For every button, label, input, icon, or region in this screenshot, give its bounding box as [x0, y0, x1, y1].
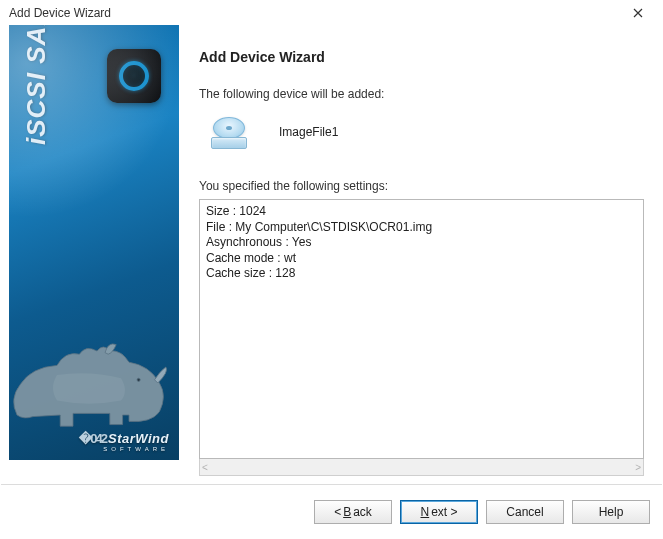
sidebar-product-label: iSCSI SAN: [21, 25, 52, 145]
intro-text: The following device will be added:: [199, 87, 644, 101]
wizard-body: iSCSI SAN �042Star: [1, 25, 662, 484]
scroll-right-icon: >: [635, 462, 641, 473]
wizard-main-panel: Add Device Wizard The following device w…: [179, 25, 662, 484]
titlebar: Add Device Wizard: [1, 1, 662, 25]
window-title: Add Device Wizard: [9, 6, 622, 20]
back-button[interactable]: < Back: [314, 500, 392, 524]
add-device-wizard-window: Add Device Wizard iSCSI SAN: [0, 0, 663, 539]
cancel-button[interactable]: Cancel: [486, 500, 564, 524]
brand-tile-icon: [107, 49, 161, 103]
svg-point-0: [137, 378, 140, 381]
wizard-footer: < Back Next > Cancel Help: [1, 484, 662, 538]
close-button[interactable]: [622, 3, 654, 23]
horizontal-scrollbar[interactable]: < >: [199, 459, 644, 476]
settings-label: You specified the following settings:: [199, 179, 644, 193]
next-button[interactable]: Next >: [400, 500, 478, 524]
device-name: ImageFile1: [279, 125, 338, 139]
scroll-left-icon: <: [202, 462, 208, 473]
device-summary-row: ImageFile1: [209, 115, 644, 149]
rhino-icon: [9, 324, 179, 434]
disk-icon: [209, 115, 249, 149]
settings-textbox[interactable]: [199, 199, 644, 459]
page-title: Add Device Wizard: [199, 49, 644, 65]
close-icon: [633, 8, 643, 18]
sidebar-banner: iSCSI SAN �042Star: [9, 25, 179, 460]
starwind-logo: �042StarWind SOFTWARE: [79, 432, 169, 452]
help-button[interactable]: Help: [572, 500, 650, 524]
